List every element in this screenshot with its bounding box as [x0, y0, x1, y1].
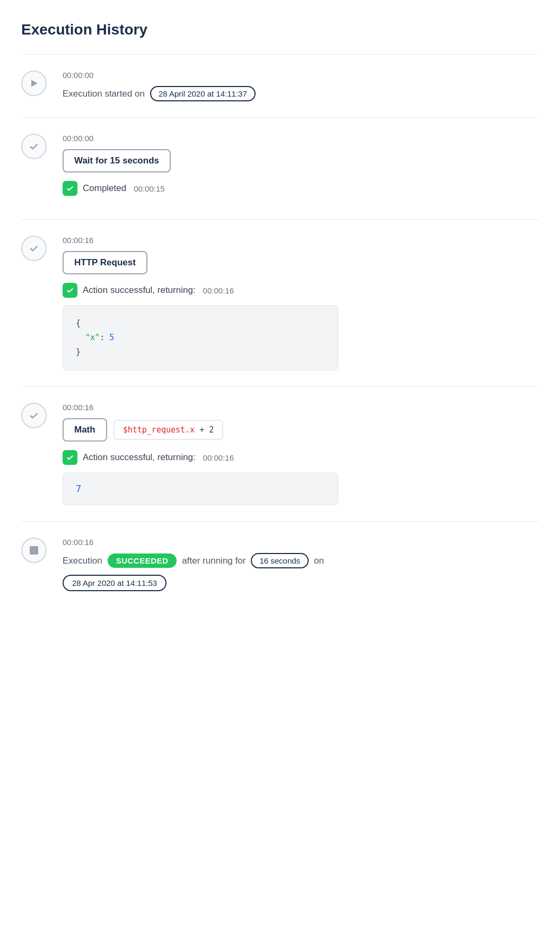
stop-square	[30, 546, 38, 555]
page-title: Execution History	[21, 21, 539, 38]
math-formula-badge: $http_request.x + 2	[113, 420, 224, 440]
end-text: Execution SUCCEEDED after running for 16…	[63, 553, 539, 568]
math-result-block: 7	[63, 472, 338, 505]
math-check-icon	[21, 403, 47, 428]
http-status-text: Action successful, returning:	[83, 285, 196, 296]
duration-badge: 16 seconds	[251, 553, 309, 568]
http-result-block: { "x": 5 }	[63, 305, 338, 370]
timeline-item-math: 00:00:16 Math $http_request.x + 2 Action…	[21, 386, 539, 521]
math-status-row: Action successful, returning: 00:00:16	[63, 450, 539, 465]
math-content: 00:00:16 Math $http_request.x + 2 Action…	[63, 403, 539, 505]
wait-timestamp: 00:00:00	[63, 134, 539, 143]
math-status-text: Action successful, returning:	[83, 452, 196, 463]
end-text-before: Execution	[63, 556, 102, 566]
timeline-item-start: 00:00:00 Execution started on 28 April 2…	[21, 54, 539, 117]
wait-check-green	[63, 181, 77, 196]
wait-status-time: 00:00:15	[134, 184, 164, 193]
math-action-box: Math	[63, 418, 107, 442]
math-check-green	[63, 450, 77, 465]
svg-marker-0	[31, 80, 38, 87]
play-icon	[21, 71, 47, 96]
math-timestamp: 00:00:16	[63, 403, 539, 412]
end-text-after: after running for	[182, 556, 246, 566]
timeline-item-http: 00:00:16 HTTP Request Action successful,…	[21, 219, 539, 386]
wait-content: 00:00:00 Wait for 15 seconds Completed 0…	[63, 134, 539, 203]
end-date-badge: 28 Apr 2020 at 14:11:53	[63, 575, 167, 591]
http-timestamp: 00:00:16	[63, 236, 539, 245]
http-check-icon	[21, 236, 47, 261]
math-result-value: 7	[76, 483, 81, 494]
formula-var: $http_request.x	[123, 425, 195, 435]
end-text-on: on	[314, 556, 324, 566]
start-date-badge: 28 April 2020 at 14:11:37	[150, 86, 256, 101]
start-text: Execution started on 28 April 2020 at 14…	[63, 86, 539, 101]
timeline-item-end: 00:00:16 Execution SUCCEEDED after runni…	[21, 521, 539, 607]
http-status-row: Action successful, returning: 00:00:16	[63, 283, 539, 298]
http-content: 00:00:16 HTTP Request Action successful,…	[63, 236, 539, 370]
timeline: 00:00:00 Execution started on 28 April 2…	[21, 54, 539, 607]
wait-check-icon	[21, 134, 47, 159]
math-action-row: Math $http_request.x + 2	[63, 418, 539, 442]
http-status-time: 00:00:16	[203, 286, 234, 295]
start-content: 00:00:00 Execution started on 28 April 2…	[63, 71, 539, 101]
stop-icon	[21, 538, 47, 563]
math-status-time: 00:00:16	[203, 453, 234, 462]
start-label: Execution started on	[63, 89, 145, 99]
end-content: 00:00:16 Execution SUCCEEDED after runni…	[63, 538, 539, 591]
http-check-green	[63, 283, 77, 298]
start-timestamp: 00:00:00	[63, 71, 539, 80]
wait-status-text: Completed	[83, 183, 126, 194]
wait-status-row: Completed 00:00:15	[63, 181, 539, 196]
timeline-item-wait: 00:00:00 Wait for 15 seconds Completed 0…	[21, 117, 539, 219]
end-timestamp: 00:00:16	[63, 538, 539, 547]
succeeded-badge: SUCCEEDED	[108, 554, 177, 568]
http-action-box: HTTP Request	[63, 251, 147, 274]
wait-action-box: Wait for 15 seconds	[63, 149, 171, 172]
formula-op: + 2	[195, 425, 214, 435]
